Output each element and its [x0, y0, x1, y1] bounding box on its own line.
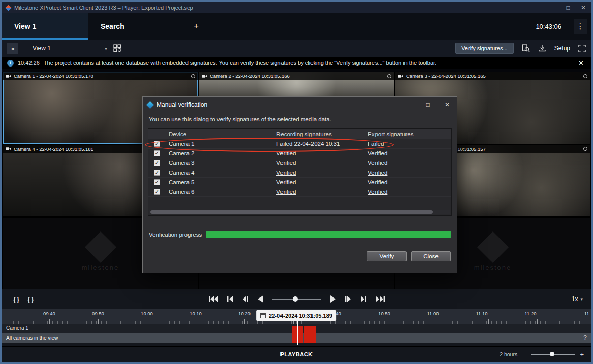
current-time-box[interactable]: 22-04-2024 10:31:05.189: [256, 310, 336, 321]
verify-button[interactable]: Verify: [367, 251, 407, 261]
milestone-dialog-icon: [146, 101, 154, 109]
playhead-line[interactable]: [297, 321, 298, 345]
recording-segment: [304, 326, 316, 343]
set-end-time-icon[interactable]: [27, 295, 34, 303]
next-frame-button[interactable]: [345, 295, 352, 303]
dialog-titlebar: Manual verification — □ ✕: [143, 97, 457, 112]
skip-to-start-button[interactable]: [208, 295, 219, 303]
verify-signatures-button[interactable]: Verify signatures...: [455, 43, 514, 54]
setup-button[interactable]: Setup: [554, 45, 570, 52]
table-row[interactable]: Camera 2 Verified Verified: [148, 149, 451, 158]
notification-message: The project contains at least one databa…: [44, 60, 436, 66]
table-horizontal-scrollbar[interactable]: [149, 210, 450, 214]
row-checkbox[interactable]: [154, 170, 160, 176]
tab-view-1[interactable]: View 1: [2, 13, 88, 40]
verification-table: Device Recording signatures Export signa…: [148, 128, 452, 216]
table-row[interactable]: Camera 6 Verified Verified: [148, 187, 451, 197]
row-checkbox[interactable]: [154, 141, 160, 147]
verified-link[interactable]: Verified: [276, 160, 296, 166]
reload-view-icon[interactable]: [113, 44, 121, 52]
kebab-menu-icon[interactable]: ⋮: [574, 19, 587, 34]
dialog-minimize-button[interactable]: —: [399, 97, 418, 112]
window-title: Milestone XProtect Smart Client 2023 R3 …: [14, 5, 193, 11]
calendar-icon: [260, 313, 266, 318]
verified-link[interactable]: Verified: [368, 160, 387, 166]
playback-panel: 1x ▾ 09:40 09:50 10:00 10:10 10:20 10:40…: [2, 289, 591, 362]
dialog-title: Manual verification: [157, 101, 207, 108]
timeline-label: 10:00: [141, 311, 153, 316]
close-button[interactable]: ✕: [576, 2, 591, 13]
fullscreen-icon[interactable]: [578, 45, 586, 52]
camera-icon: [398, 74, 403, 78]
camera-icon: [6, 74, 11, 78]
minimize-button[interactable]: –: [545, 2, 560, 13]
timeline-label: 09:40: [43, 311, 55, 316]
record-indicator-icon: [583, 147, 587, 151]
close-dialog-button[interactable]: Close: [411, 251, 451, 261]
verification-progress: Verification progress: [149, 231, 451, 238]
search-document-icon[interactable]: [522, 44, 530, 52]
timeline-zoom-slider[interactable]: [531, 351, 575, 357]
record-indicator-icon: [191, 74, 195, 78]
verified-link[interactable]: Verified: [368, 189, 387, 195]
row-checkbox[interactable]: [154, 179, 160, 185]
row-checkbox[interactable]: [154, 189, 160, 195]
verified-link[interactable]: Verified: [368, 179, 387, 185]
playback-controls: 1x ▾: [2, 289, 591, 309]
play-backward-button[interactable]: [257, 295, 264, 303]
milestone-watermark-text: milestone: [82, 263, 119, 271]
column-recording-signatures: Recording signatures: [276, 131, 368, 137]
verified-link[interactable]: Verified: [276, 179, 296, 185]
zoom-out-button[interactable]: –: [522, 351, 526, 358]
titlebar: Milestone XProtect Smart Client 2023 R3 …: [2, 2, 591, 13]
playback-status-bar: PLAYBACK 2 hours – +: [2, 346, 591, 362]
play-forward-button[interactable]: [329, 295, 336, 303]
add-tab-button[interactable]: +: [188, 13, 205, 40]
record-indicator-icon: [387, 74, 391, 78]
table-row[interactable]: Camera 5 Verified Verified: [148, 178, 451, 187]
zoom-in-button[interactable]: +: [580, 351, 584, 358]
skip-to-end-button[interactable]: [375, 295, 385, 303]
chevron-down-icon[interactable]: ▾: [105, 46, 107, 51]
scrollbar-thumb[interactable]: [150, 210, 433, 214]
progress-bar: [206, 231, 451, 238]
playback-shuttle-slider[interactable]: [272, 295, 321, 303]
row-checkbox[interactable]: [154, 150, 160, 156]
notification-bar: 10:42:26 The project contains at least o…: [2, 57, 591, 69]
timeline-help-icon[interactable]: ?: [583, 334, 587, 341]
playback-speed-selector[interactable]: 1x ▾: [572, 295, 583, 303]
verified-link[interactable]: Verified: [276, 170, 296, 176]
progress-label: Verification progress: [149, 231, 202, 238]
playback-mode-label: PLAYBACK: [280, 351, 313, 357]
track-label: All cameras in the view: [6, 335, 58, 341]
table-row[interactable]: Camera 1 Failed 22-04-2024 10:31 Failed: [148, 139, 451, 149]
timeline-label: 10:20: [238, 311, 251, 316]
table-row[interactable]: Camera 3 Verified Verified: [148, 158, 451, 168]
table-row[interactable]: Camera 4 Verified Verified: [148, 168, 451, 178]
verified-link[interactable]: Verified: [276, 150, 296, 156]
tab-divider: [181, 21, 181, 32]
view-selector[interactable]: View 1: [33, 45, 99, 52]
info-icon: [7, 60, 14, 67]
timeline-label: 11:: [584, 311, 591, 316]
dialog-maximize-button[interactable]: □: [418, 97, 438, 112]
previous-sequence-button[interactable]: [227, 295, 234, 303]
milestone-watermark-icon: [477, 231, 508, 263]
verified-link[interactable]: Verified: [276, 189, 296, 195]
export-icon[interactable]: [538, 44, 546, 52]
next-sequence-button[interactable]: [360, 295, 367, 303]
timeline-label: 10:10: [190, 311, 202, 316]
verified-link[interactable]: Verified: [368, 150, 387, 156]
camera-tile-label: Camera 3 - 22-04-2024 10:31:05.165: [406, 73, 486, 79]
maximize-button[interactable]: □: [560, 2, 576, 13]
tab-search[interactable]: Search: [88, 13, 175, 40]
expand-panel-icon[interactable]: »: [7, 43, 18, 54]
camera-tile-label: Camera 1 - 22-04-2024 10:31:05.170: [14, 73, 93, 79]
previous-frame-button[interactable]: [242, 295, 249, 303]
notification-close-icon[interactable]: ✕: [578, 59, 586, 67]
camera-icon: [6, 147, 11, 151]
dialog-close-button[interactable]: ✕: [438, 97, 457, 112]
row-checkbox[interactable]: [154, 160, 160, 166]
set-start-time-icon[interactable]: [13, 295, 19, 303]
verified-link[interactable]: Verified: [368, 170, 387, 176]
